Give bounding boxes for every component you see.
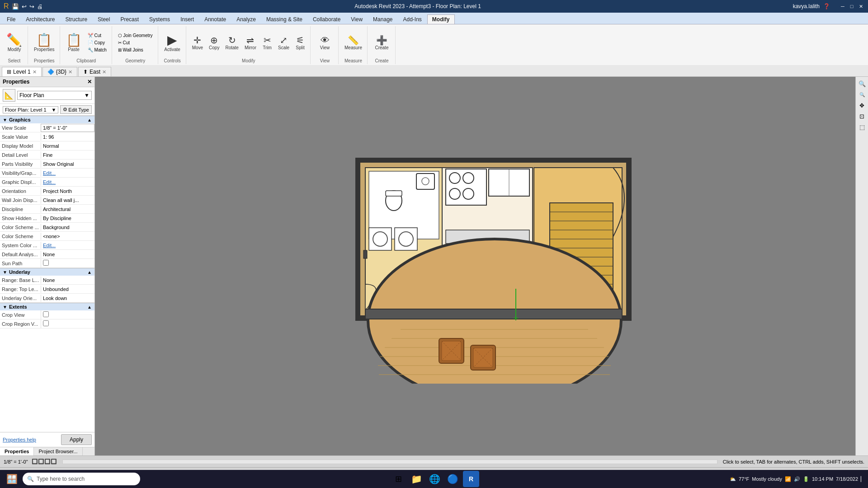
create-btn[interactable]: ➕Create (373, 34, 391, 52)
tab-collaborate[interactable]: Collaborate (308, 14, 345, 24)
graphic-display-value[interactable]: Edit... (41, 178, 94, 186)
view-scale-value[interactable]: 1/8" = 1'-0" (41, 124, 94, 132)
rotate-btn[interactable]: ↻Rotate (223, 34, 241, 52)
view-btn[interactable]: 👁View (318, 34, 332, 52)
doc-tab-east-close[interactable]: ✕ (102, 69, 106, 75)
measure-btn[interactable]: 📏Measure (342, 34, 364, 52)
tab-addins[interactable]: Add-Ins (398, 14, 426, 24)
edit-type-btn[interactable]: ⚙ Edit Type (60, 105, 92, 114)
crop-region-checkbox[interactable] (43, 320, 49, 326)
quick-access-undo[interactable]: ↩ (22, 3, 27, 10)
tab-architecture[interactable]: Architecture (21, 14, 60, 24)
window-controls[interactable]: ─ □ ✕ (839, 3, 864, 10)
properties-scroll[interactable]: ▼ Graphics ▲ View Scale 1/8" = 1'-0" Sca… (0, 116, 94, 432)
canvas-area[interactable]: REF (95, 77, 868, 455)
system-color-value[interactable]: Edit... (41, 242, 94, 249)
graphic-display-label: Graphic Displ... (0, 178, 41, 186)
zoom-region-tool[interactable]: ⬚ (857, 122, 867, 132)
taskbar-search[interactable]: 🔍 Type here to search (23, 473, 140, 485)
plan-level-selector[interactable]: Floor Plan: Level 1 ▼ (3, 106, 58, 113)
sun-path-checkbox[interactable] (43, 260, 49, 266)
mirror-btn[interactable]: ⇌Mirror (242, 34, 259, 52)
right-sidebar: 🔍 🔍 ✥ ⊡ ⬚ (855, 77, 868, 455)
extents-scroll-up[interactable]: ▲ (87, 305, 92, 310)
task-view-btn[interactable]: ⊞ (391, 471, 407, 487)
tab-massing[interactable]: Massing & Site (261, 14, 307, 24)
tab-manage[interactable]: Manage (368, 14, 397, 24)
tab-structure[interactable]: Structure (60, 14, 92, 24)
match-btn[interactable]: 🔧 Match (85, 47, 109, 53)
cut-geometry-btn[interactable]: ✂ Cut (116, 39, 155, 46)
taskbar-explorer[interactable]: 📁 (409, 471, 425, 487)
bottom-tab-properties[interactable]: Properties (0, 447, 34, 455)
top-level-value: Unbounded (41, 286, 94, 293)
tab-analyze[interactable]: Analyze (231, 14, 261, 24)
app-logo[interactable]: R (4, 2, 9, 10)
modify-btn[interactable]: ✏️ Modify (4, 33, 24, 53)
start-btn[interactable]: 🪟 (4, 471, 20, 487)
join-geometry-btn[interactable]: ⬡ Join Geometry (116, 32, 155, 39)
extents-section-header[interactable]: ▼ Extents ▲ (0, 303, 94, 310)
type-selector[interactable]: Floor Plan ▼ (17, 91, 92, 100)
copy-tool-btn[interactable]: ⊕Copy (207, 34, 222, 52)
taskbar-browser2[interactable]: 🔵 (445, 471, 461, 487)
paste-btn[interactable]: 📋 Paste (64, 33, 84, 53)
tab-modify[interactable]: Modify (427, 14, 455, 24)
tray-battery[interactable]: 🔋 (803, 476, 809, 482)
bottom-tab-browser[interactable]: Project Browser... (34, 447, 82, 455)
zoom-in-tool[interactable]: 🔍 (857, 79, 867, 89)
visibility-graphics-value[interactable]: Edit... (41, 169, 94, 177)
pan-tool[interactable]: ✥ (857, 100, 867, 110)
help-icon[interactable]: ❓ (823, 3, 830, 9)
crop-view-value[interactable] (41, 310, 94, 319)
tab-annotate[interactable]: Annotate (199, 14, 231, 24)
paste-label: Paste (68, 47, 80, 52)
activate-btn[interactable]: ▶ Activate (162, 33, 183, 53)
quick-access-save[interactable]: 💾 (12, 3, 19, 10)
quick-access-redo[interactable]: ↪ (29, 3, 34, 10)
properties-help-link[interactable]: Properties help (3, 437, 36, 442)
doc-tab-3d[interactable]: 🔷 {3D} ✕ (42, 67, 77, 76)
copy-btn[interactable]: 📄 Copy (85, 39, 109, 46)
tab-view[interactable]: View (346, 14, 368, 24)
quick-access-print[interactable]: 🖨 (37, 3, 43, 10)
doc-tab-east[interactable]: ⬆ East ✕ (78, 67, 111, 76)
zoom-out-tool[interactable]: 🔍 (857, 89, 867, 99)
tab-systems[interactable]: Systems (144, 14, 175, 24)
tab-file[interactable]: File (2, 14, 20, 24)
doc-tab-level1-close[interactable]: ✕ (33, 69, 37, 75)
model-icons[interactable]: 🔲🔲🔲🔲 (32, 459, 57, 465)
prop-scale-value: Scale Value 1: 96 (0, 132, 94, 141)
tray-sound[interactable]: 🔊 (794, 476, 800, 482)
graphics-scroll-up[interactable]: ▲ (87, 117, 92, 122)
sun-path-value[interactable] (41, 259, 94, 267)
taskbar-revit[interactable]: R (463, 471, 479, 487)
wall-joins-btn[interactable]: ⊞ Wall Joins (116, 47, 155, 53)
tab-steel[interactable]: Steel (93, 14, 115, 24)
crop-view-checkbox[interactable] (43, 311, 49, 317)
tab-insert[interactable]: Insert (175, 14, 199, 24)
doc-tab-3d-close[interactable]: ✕ (68, 69, 72, 75)
close-btn[interactable]: ✕ (857, 3, 864, 10)
move-btn[interactable]: ✛Move (190, 34, 205, 52)
cut-btn[interactable]: ✂️ Cut (85, 32, 109, 39)
taskbar-edge[interactable]: 🌐 (427, 471, 443, 487)
maximize-btn[interactable]: □ (848, 3, 855, 10)
minimize-btn[interactable]: ─ (839, 3, 846, 10)
properties-btn[interactable]: 📋 Properties (32, 33, 57, 53)
split-btn[interactable]: ⚟Split (293, 34, 307, 52)
scale-btn[interactable]: ⤢Scale (276, 34, 292, 52)
tab-precast[interactable]: Precast (115, 14, 144, 24)
underlay-section-header[interactable]: ▼ Underlay ▲ (0, 268, 94, 276)
graphics-section-header[interactable]: ▼ Graphics ▲ (0, 116, 94, 123)
show-desktop[interactable]: ▏ (861, 476, 864, 482)
doc-tab-level1[interactable]: ⊞ Level 1 ✕ (2, 67, 42, 76)
trim-btn[interactable]: ✂Trim (260, 34, 274, 52)
fit-tool[interactable]: ⊡ (857, 111, 867, 121)
underlay-scroll-up[interactable]: ▲ (87, 270, 92, 275)
main-area: Properties ✕ 📐 Floor Plan ▼ Floor Plan: … (0, 77, 868, 455)
apply-btn[interactable]: Apply (61, 434, 92, 445)
sidebar-close-btn[interactable]: ✕ (87, 79, 92, 85)
crop-region-value[interactable] (41, 319, 94, 328)
tray-network[interactable]: 📶 (785, 476, 791, 482)
